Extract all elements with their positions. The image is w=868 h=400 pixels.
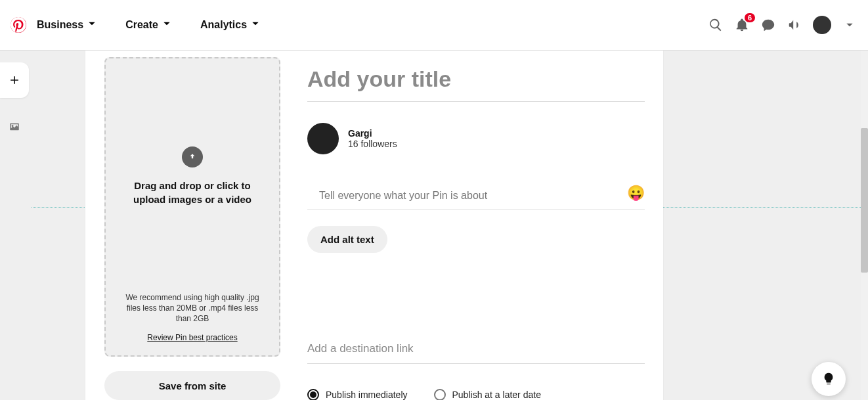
nav-label: Analytics xyxy=(200,19,247,31)
radio-dot-unselected-icon xyxy=(434,389,446,400)
dropzone-text: Drag and drop or click to upload images … xyxy=(127,179,258,206)
chevron-down-icon xyxy=(251,19,260,31)
radio-label: Publish immediately xyxy=(326,389,408,400)
chevron-down-icon xyxy=(162,19,171,31)
form-column: Gargi 16 followers 😛 Add alt text Publis… xyxy=(307,51,645,400)
right-margin xyxy=(717,51,868,400)
top-header: Business Create Analytics 6 xyxy=(0,0,868,51)
profile-avatar[interactable] xyxy=(813,16,831,34)
header-icons: 6 xyxy=(708,16,857,34)
megaphone-icon[interactable] xyxy=(787,17,802,33)
publish-immediately-radio[interactable]: Publish immediately xyxy=(307,389,408,400)
publish-options: Publish immediately Publish at a later d… xyxy=(307,389,645,400)
account-chevron-icon[interactable] xyxy=(842,17,857,33)
scrollbar[interactable] xyxy=(861,51,868,400)
chevron-down-icon xyxy=(87,19,97,31)
add-pin-button[interactable] xyxy=(0,62,29,98)
radio-label: Publish at a later date xyxy=(452,389,541,400)
destination-link-input[interactable] xyxy=(307,338,645,364)
upload-column: Drag and drop or click to upload images … xyxy=(104,51,281,400)
nav-business[interactable]: Business xyxy=(37,19,97,31)
nav-label: Business xyxy=(37,19,83,31)
save-from-site-button[interactable]: Save from site xyxy=(104,371,280,400)
center-area: Drag and drop or click to upload images … xyxy=(32,51,717,400)
scrollbar-thumb[interactable] xyxy=(861,128,868,273)
idea-fab[interactable] xyxy=(812,362,846,396)
main-body: Drag and drop or click to upload images … xyxy=(0,51,868,400)
chat-icon[interactable] xyxy=(760,17,776,33)
upload-dropzone[interactable]: Drag and drop or click to upload images … xyxy=(104,57,280,357)
dropzone-subtext: We recommend using high quality .jpg fil… xyxy=(120,292,265,324)
publish-later-radio[interactable]: Publish at a later date xyxy=(434,389,541,400)
search-icon[interactable] xyxy=(708,17,724,33)
pin-title-input[interactable] xyxy=(307,62,645,102)
pinterest-logo-icon[interactable] xyxy=(11,17,26,33)
author-row: Gargi 16 followers xyxy=(307,123,645,154)
pin-builder-card: Drag and drop or click to upload images … xyxy=(85,51,663,400)
author-followers: 16 followers xyxy=(348,139,397,149)
left-rail xyxy=(0,51,32,400)
bell-icon[interactable]: 6 xyxy=(734,17,750,33)
pin-description-input[interactable] xyxy=(307,186,645,210)
radio-dot-selected-icon xyxy=(307,389,319,400)
emoji-picker-icon[interactable]: 😛 xyxy=(627,185,645,202)
author-avatar[interactable] xyxy=(307,123,339,154)
upload-arrow-icon xyxy=(182,146,203,167)
nav-create[interactable]: Create xyxy=(125,19,171,31)
add-alt-text-button[interactable]: Add alt text xyxy=(307,226,387,253)
nav-analytics[interactable]: Analytics xyxy=(200,19,260,31)
best-practices-link[interactable]: Review Pin best practices xyxy=(147,333,237,342)
notification-badge: 6 xyxy=(745,13,755,22)
pin-thumbnail-icon[interactable] xyxy=(0,111,29,143)
nav-label: Create xyxy=(125,19,158,31)
author-name: Gargi xyxy=(348,128,397,139)
